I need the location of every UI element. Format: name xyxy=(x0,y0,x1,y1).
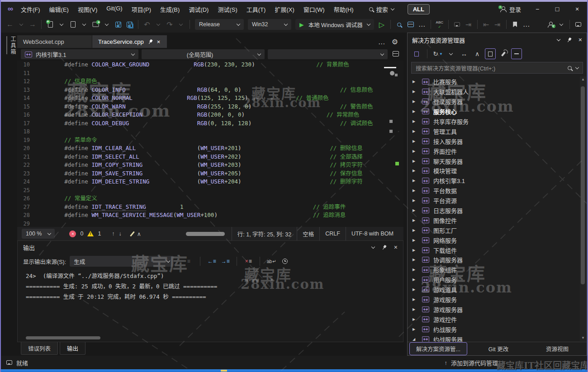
navigate-forward-button[interactable]: → xyxy=(27,19,38,30)
previous-message-icon[interactable]: ←≡ xyxy=(207,256,217,266)
scope-dropdown[interactable]: (全局范围) xyxy=(142,49,265,59)
code-line[interactable]: 12 // 信息颜色 xyxy=(17,77,403,86)
code-line[interactable]: 29 xyxy=(17,220,403,227)
code-line[interactable]: 13 #define COLOR_INFO RGB(64, 0, 0) // 信… xyxy=(17,86,403,94)
tree-item-约战服务器[interactable]: ◢++约战服务器 xyxy=(408,334,587,342)
expander-collapsed-icon[interactable]: ▶ xyxy=(413,99,418,104)
panel-tab-资源视图[interactable]: 资源视图 xyxy=(528,343,587,355)
uncomment-button[interactable]: ⇥ xyxy=(463,19,474,30)
sync-selection-button[interactable]: ↔ xyxy=(459,48,469,59)
code-line[interactable]: 19 // 菜单命令 xyxy=(17,136,403,145)
spell-check-button[interactable]: ABC✓ xyxy=(434,19,445,30)
show-all-files-button[interactable] xyxy=(511,48,522,59)
code-line[interactable]: 17 #define COLOR_DEBUG RGB(0, 128, 128) … xyxy=(17,119,403,128)
menu-item-工具(T)[interactable]: 工具(T) xyxy=(242,2,270,16)
tree-item-游戏道具[interactable]: ▶++游戏道具 xyxy=(408,285,587,295)
pin-panel-icon[interactable] xyxy=(381,244,388,250)
project-dropdown[interactable]: ++ 内核引擎3.1 xyxy=(21,49,138,59)
tree-item-游戏控件[interactable]: ▶++游戏控件 xyxy=(408,314,587,324)
expander-collapsed-icon[interactable]: ▶ xyxy=(413,297,418,301)
close-panel-icon[interactable]: × xyxy=(394,244,398,251)
tree-item-接入服务器[interactable]: ▶++接入服务器 xyxy=(408,136,587,146)
tree-item-服务核心[interactable]: ▶++服务核心 xyxy=(408,107,587,117)
close-tab-icon[interactable]: × xyxy=(157,38,161,45)
tree-vertical-scrollbar[interactable]: ▲ ▼ xyxy=(580,76,586,341)
scroll-up-icon[interactable]: ▲ xyxy=(581,77,585,81)
warning-count-icon[interactable] xyxy=(87,231,94,236)
sign-in-button[interactable]: + 登录 xyxy=(494,5,527,14)
expander-collapsed-icon[interactable]: ▶ xyxy=(413,80,418,84)
feedback-bubble-icon[interactable] xyxy=(6,360,12,365)
expander-collapsed-icon[interactable]: ▶ xyxy=(413,198,418,202)
output-text[interactable]: 24> (编译源文件 “../游戏服务器/Stdafx.cpp”)=======… xyxy=(18,269,403,342)
navigate-back-button[interactable]: ← xyxy=(5,19,15,30)
code-line[interactable]: 14 #define COLOR_NORMAL RGB(125, 125, 12… xyxy=(17,94,403,103)
tree-item-图形工厂[interactable]: ▶++图形工厂 xyxy=(408,225,587,235)
tree-item-大联盟机器人[interactable]: ▶++大联盟机器人 xyxy=(408,87,587,97)
increase-indent-button[interactable]: ⇥ xyxy=(492,19,503,30)
expander-collapsed-icon[interactable]: ▶ xyxy=(413,179,418,183)
tree-item-界面控件[interactable]: ▶++界面控件 xyxy=(408,146,587,156)
close-button[interactable]: × xyxy=(567,2,587,16)
code-line[interactable]: 24 #define IDM_DELETE_STRING (WM_USER+20… xyxy=(17,178,403,186)
code-line[interactable]: 10 #define COLOR_BACK_GROUND RGB(230, 23… xyxy=(17,61,403,69)
expander-collapsed-icon[interactable]: ▶ xyxy=(413,159,418,163)
tree-item-模块管理[interactable]: ▶++模块管理 xyxy=(408,166,587,176)
expander-collapsed-icon[interactable]: ▶ xyxy=(413,169,418,173)
tree-item-游戏服务[interactable]: ▶++游戏服务 xyxy=(408,295,587,305)
panel-tab-Git 更改[interactable]: Git 更改 xyxy=(469,343,528,355)
pin-panel-icon[interactable] xyxy=(566,36,573,43)
tree-item-日志服务器[interactable]: ▶++日志服务器 xyxy=(408,206,587,216)
new-file-button[interactable]: + xyxy=(45,19,56,30)
tree-item-形象组件[interactable]: ▶++形象组件 xyxy=(408,265,587,275)
menu-item-Git(G)[interactable]: Git(G) xyxy=(102,2,127,16)
add-to-source-control-button[interactable]: ↑ 添加到源代码管理 xyxy=(444,358,498,367)
undo-dropdown[interactable] xyxy=(153,19,164,30)
decrease-indent-button[interactable]: ⇤ xyxy=(481,19,492,30)
code-line[interactable]: 25 xyxy=(17,186,403,195)
menu-item-文件(F)[interactable]: 文件(F) xyxy=(16,2,45,16)
line-ending-mode[interactable]: CRLF xyxy=(319,227,346,240)
start-without-debugging-button[interactable]: ▷ xyxy=(376,19,387,30)
open-file-button[interactable] xyxy=(67,19,78,30)
account-options-dropdown[interactable] xyxy=(556,19,567,30)
scrollbar-thumb[interactable] xyxy=(581,86,585,284)
expander-collapsed-icon[interactable]: ▶ xyxy=(413,268,418,272)
expander-collapsed-icon[interactable]: ▶ xyxy=(413,228,418,232)
comment-button[interactable] xyxy=(452,19,463,30)
expander-collapsed-icon[interactable]: ▶ xyxy=(413,238,418,242)
file-encoding[interactable]: UTF-8 with BOM xyxy=(346,227,399,240)
clear-all-output-icon[interactable]: ×≡ xyxy=(243,256,253,266)
next-issue-button[interactable]: ↓ xyxy=(119,231,122,237)
toolbar-overflow-button-2[interactable]: … xyxy=(521,19,532,30)
send-feedback-button[interactable] xyxy=(573,19,583,30)
pin-tab-icon[interactable] xyxy=(147,38,154,45)
tab-list-overflow-button[interactable]: … xyxy=(378,38,385,46)
filter-dropdown[interactable] xyxy=(446,48,456,59)
bottom-tab-错误列表[interactable]: 错误列表 xyxy=(21,342,58,355)
panel-position-chevron-icon[interactable] xyxy=(557,37,560,41)
menu-item-测试(S)[interactable]: 测试(S) xyxy=(213,2,242,16)
redo-button[interactable]: ↷ xyxy=(164,19,175,30)
expander-collapsed-icon[interactable]: ▶ xyxy=(413,109,418,113)
document-tab-TraceService.cpp[interactable]: TraceService.cpp× xyxy=(92,35,167,48)
code-cleanup-dropdown[interactable]: ∧ xyxy=(137,231,141,237)
live-share-button[interactable] xyxy=(405,19,416,30)
navigate-back-dropdown[interactable] xyxy=(16,19,27,30)
tree-item-下载组件[interactable]: ▶++下载组件 xyxy=(408,245,587,255)
bottom-tab-输出[interactable]: 输出 xyxy=(60,342,85,355)
code-line[interactable]: 11 xyxy=(17,69,403,78)
expander-collapsed-icon[interactable]: ▶ xyxy=(413,317,418,321)
add-item-button[interactable]: + xyxy=(90,19,101,30)
member-dropdown[interactable] xyxy=(268,49,388,59)
account-options-button[interactable]: ✓ xyxy=(545,19,556,30)
expander-collapsed-icon[interactable]: ▶ xyxy=(413,307,418,311)
tree-item-游戏服务器[interactable]: ▶++游戏服务器 xyxy=(408,304,587,314)
error-count[interactable]: 0 xyxy=(80,231,83,237)
tree-item-共享库存服务[interactable]: ▶++共享库存服务 xyxy=(408,117,587,127)
tree-item-网络服务[interactable]: ▶++网络服务 xyxy=(408,235,587,245)
timestamp-icon[interactable] xyxy=(280,256,290,266)
start-debugging-dropdown[interactable]: ▶ 本地 Windows 调试器 xyxy=(295,19,374,30)
code-line[interactable]: 28 #define WM_TRACE_SERVICE_MESSAGE(WM_U… xyxy=(17,211,403,220)
title-search[interactable]: 搜索 xyxy=(365,3,398,15)
